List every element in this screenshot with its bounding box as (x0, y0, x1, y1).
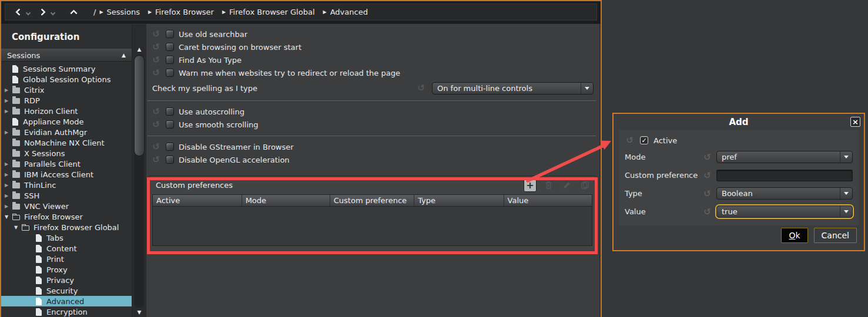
tree-item-sessions-summary[interactable]: Sessions Summary (1, 63, 132, 74)
expander-icon[interactable]: ▼ (5, 214, 12, 220)
column-header-type[interactable]: Type (414, 195, 504, 206)
checkbox-use-autoscrolling[interactable] (166, 107, 174, 116)
expander-icon[interactable]: ▶ (5, 172, 12, 177)
tree-item-privacy[interactable]: Privacy (1, 275, 132, 285)
reset-icon[interactable] (151, 119, 161, 130)
setting-row-find-as-you-type: Find As You Type (146, 53, 599, 66)
tree-item-security[interactable]: Security (1, 285, 132, 296)
edit-button[interactable] (560, 179, 573, 192)
expander-icon[interactable]: ▶ (5, 130, 12, 135)
cancel-button[interactable]: Cancel (814, 228, 857, 243)
tree-item-content[interactable]: Content (1, 243, 132, 254)
reset-icon[interactable] (151, 42, 161, 52)
custom-preference-input[interactable] (716, 170, 853, 181)
tree-item-x-sessions[interactable]: X Sessions (1, 148, 132, 158)
reset-icon[interactable] (151, 29, 161, 39)
reset-icon[interactable] (151, 154, 161, 165)
checkbox-disable-opengl-acceleration[interactable] (166, 156, 174, 164)
dropdown-value: true (722, 207, 738, 216)
expander-icon[interactable]: ▶ (5, 183, 12, 188)
tree-item-tabs[interactable]: Tabs (1, 232, 132, 243)
tree-item-ssh[interactable]: ▶SSH (1, 190, 132, 201)
breadcrumb-item-sessions[interactable]: ▶Sessions (99, 8, 140, 16)
add-button[interactable]: + (524, 179, 537, 192)
column-header-value[interactable]: Value (504, 195, 592, 206)
file-icon (36, 255, 42, 263)
scroll-down-button[interactable]: ▼ (132, 308, 146, 317)
breadcrumb-item-advanced[interactable]: ▶Advanced (323, 8, 368, 16)
table-body-empty[interactable] (153, 207, 592, 245)
configuration-app-window: / ▶Sessions▶Firefox Browser▶Firefox Brow… (0, 0, 602, 317)
checkbox-disable-gstreamer-in-browser[interactable] (166, 143, 174, 151)
forward-button[interactable] (36, 5, 50, 19)
checkbox-caret-browsing-on-browser-start[interactable] (166, 43, 174, 51)
checkbox-use-smooth-scrolling[interactable] (166, 120, 174, 129)
scrollbar-thumb[interactable] (134, 55, 145, 156)
tree-item-evidian-authmgr[interactable]: ▶Evidian AuthMgr (1, 127, 132, 137)
sidebar-scrollbar[interactable]: ▲ ▼ (132, 24, 146, 317)
checkbox-use-old-searchbar[interactable] (166, 30, 174, 38)
tree-item-thinlinc[interactable]: ▶ThinLinc (1, 180, 132, 190)
checkbox-find-as-you-type[interactable] (166, 56, 174, 64)
breadcrumb-item-firefox-browser-global[interactable]: ▶Firefox Browser Global (222, 8, 315, 16)
dropdown-arrow-button[interactable] (581, 83, 593, 94)
checkbox-warn-me-when-websites-try-to-redirect-or-reload-the-page[interactable] (166, 69, 174, 77)
scroll-up-button[interactable]: ▲ (132, 45, 146, 54)
type-dropdown[interactable]: Boolean (716, 187, 853, 200)
tree-item-vnc-viewer[interactable]: ▶VNC Viewer (1, 201, 132, 211)
tree-item-proxy[interactable]: Proxy (1, 264, 132, 275)
expander-icon[interactable]: ▶ (5, 161, 12, 167)
column-header-custom-preference[interactable]: Custom preference (330, 195, 414, 206)
expander-icon[interactable]: ▶ (5, 204, 12, 209)
copy-button[interactable] (578, 179, 591, 192)
breadcrumb-root[interactable]: / (93, 8, 96, 16)
expander-icon[interactable]: ▶ (5, 193, 12, 198)
back-button[interactable] (11, 5, 25, 19)
reset-icon[interactable] (702, 170, 712, 181)
tree-item-appliance-mode[interactable]: Appliance Mode (1, 116, 132, 127)
tree-item-ibm-iaccess-client[interactable]: ▶IBM iAccess Client (1, 169, 132, 180)
reset-icon[interactable] (702, 188, 712, 199)
back-history-caret-icon[interactable] (26, 10, 31, 15)
spelling-dropdown[interactable]: On for multi-line controls (432, 82, 594, 95)
tree-item-encryption[interactable]: Encryption (1, 306, 132, 317)
column-header-mode[interactable]: Mode (242, 195, 330, 206)
reset-icon[interactable] (151, 106, 161, 117)
tree-item-global-session-options[interactable]: Global Session Options (1, 74, 132, 85)
tree-item-rdp[interactable]: ▶RDP (1, 95, 132, 106)
tree-item-parallels-client[interactable]: ▶Parallels Client (1, 158, 132, 169)
dropdown-arrow-button[interactable] (840, 206, 852, 217)
forward-history-caret-icon[interactable] (51, 10, 55, 15)
up-button[interactable] (66, 5, 81, 19)
reset-icon[interactable] (702, 152, 712, 163)
breadcrumb-item-firefox-browser[interactable]: ▶Firefox Browser (148, 8, 214, 16)
dropdown-arrow-button[interactable] (840, 151, 852, 163)
tree-column-header[interactable]: Sessions ▲ (1, 49, 132, 62)
expander-icon[interactable]: ▼ (14, 225, 22, 230)
tree-item-advanced[interactable]: Advanced (1, 296, 132, 306)
tree-item-firefox-browser[interactable]: ▼Firefox Browser (1, 211, 132, 222)
tree-item-horizon-client[interactable]: ▶Horizon Client (1, 106, 132, 116)
tree-item-nomachine-nx-client[interactable]: NoMachine NX Client (1, 137, 132, 148)
expander-icon[interactable]: ▶ (5, 98, 12, 103)
ok-button[interactable]: Ok (781, 228, 807, 243)
reset-icon[interactable] (416, 83, 426, 93)
expander-icon[interactable]: ▶ (5, 87, 12, 93)
mode-dropdown[interactable]: pref (716, 151, 853, 163)
file-icon (12, 118, 18, 126)
reset-icon[interactable] (151, 141, 161, 152)
expander-icon[interactable]: ▶ (5, 109, 12, 114)
value-dropdown[interactable]: true (716, 205, 853, 218)
delete-button[interactable] (542, 179, 555, 192)
column-header-active[interactable]: Active (153, 195, 242, 206)
tree-item-citrix[interactable]: ▶Citrix (1, 85, 132, 95)
reset-icon[interactable] (151, 68, 161, 78)
reset-icon[interactable] (625, 135, 635, 146)
active-checkbox[interactable] (640, 136, 648, 144)
reset-icon[interactable] (151, 55, 161, 65)
reset-icon[interactable] (702, 207, 712, 217)
close-button[interactable]: × (850, 117, 860, 127)
tree-item-print[interactable]: Print (1, 254, 132, 264)
tree-item-firefox-browser-global[interactable]: ▼Firefox Browser Global (1, 222, 132, 232)
dropdown-arrow-button[interactable] (840, 188, 852, 199)
